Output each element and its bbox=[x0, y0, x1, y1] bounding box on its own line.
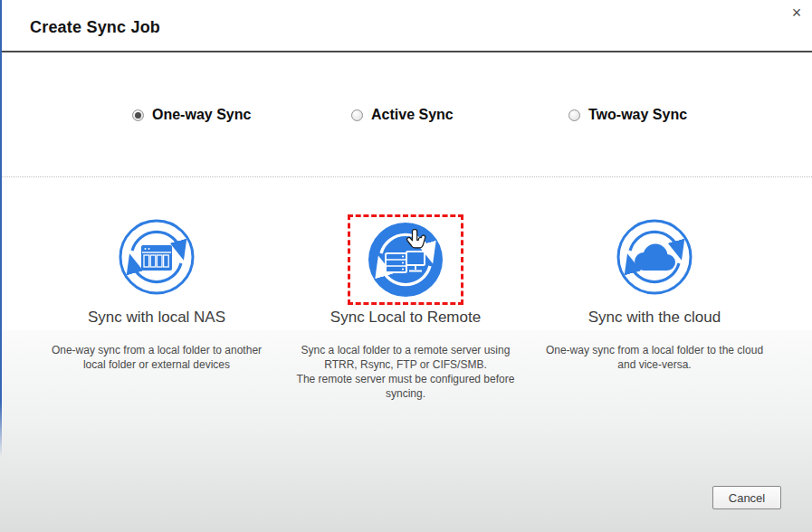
radio-active-sync[interactable]: Active Sync bbox=[351, 107, 454, 123]
radio-button-icon[interactable] bbox=[351, 109, 363, 121]
local-to-remote-sync-icon[interactable] bbox=[367, 221, 444, 299]
radio-button-icon[interactable] bbox=[568, 109, 580, 121]
cloud-sync-icon[interactable] bbox=[616, 218, 693, 296]
local-to-remote-icon-wrap[interactable] bbox=[348, 214, 463, 305]
window-left-edge bbox=[0, 0, 2, 457]
header-divider bbox=[0, 51, 812, 52]
option-description: Sync a local folder to a remote server u… bbox=[282, 343, 530, 401]
option-description: One-way sync from a local folder to the … bbox=[530, 343, 779, 372]
dialog-title: Create Sync Job bbox=[30, 18, 160, 37]
radio-label[interactable]: One-way Sync bbox=[152, 107, 251, 123]
option-sync-with-local-nas[interactable]: Sync with local NAS One-way sync from a … bbox=[25, 190, 288, 416]
radio-two-way-sync[interactable]: Two-way Sync bbox=[568, 107, 687, 123]
option-title[interactable]: Sync with the cloud bbox=[523, 309, 786, 327]
radio-button-icon[interactable] bbox=[132, 109, 144, 121]
option-title[interactable]: Sync Local to Remote bbox=[274, 309, 537, 327]
option-sync-with-the-cloud[interactable]: Sync with the cloud One-way sync from a … bbox=[523, 190, 786, 416]
create-sync-job-dialog: Create Sync Job × One-way Sync Active Sy… bbox=[0, 0, 812, 532]
section-divider bbox=[0, 176, 812, 177]
option-title[interactable]: Sync with local NAS bbox=[25, 309, 288, 327]
cloud-sync-icon-wrap[interactable] bbox=[599, 214, 710, 299]
radio-label[interactable]: Active Sync bbox=[371, 107, 454, 123]
radio-one-way-sync[interactable]: One-way Sync bbox=[132, 107, 251, 123]
nas-sync-icon[interactable] bbox=[118, 218, 196, 296]
close-icon[interactable]: × bbox=[787, 3, 807, 23]
radio-label[interactable]: Two-way Sync bbox=[588, 107, 687, 123]
option-description: One-way sync from a local folder to anot… bbox=[33, 343, 281, 372]
nas-sync-icon-wrap[interactable] bbox=[101, 214, 212, 299]
cancel-button[interactable]: Cancel bbox=[712, 486, 781, 509]
option-sync-local-to-remote[interactable]: Sync Local to Remote Sync a local folder… bbox=[274, 190, 537, 416]
